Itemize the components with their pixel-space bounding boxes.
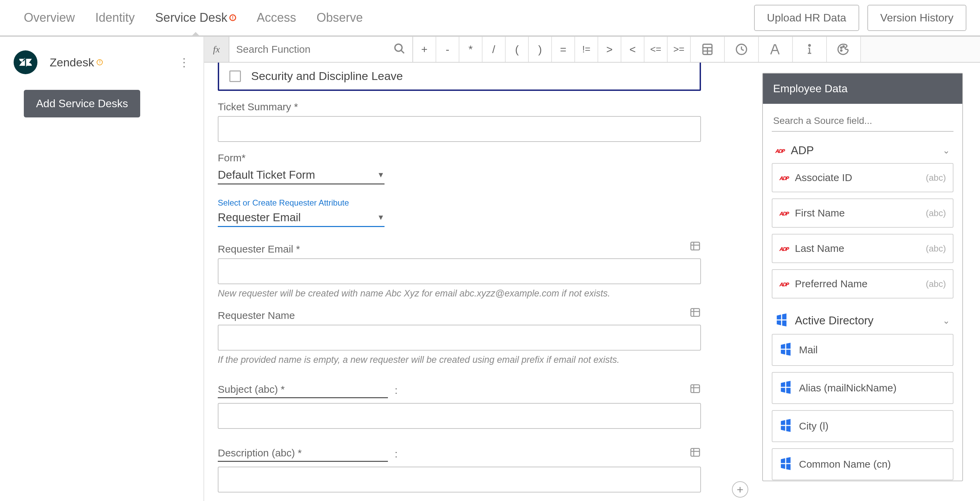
op-lparen[interactable]: ( xyxy=(506,37,529,62)
op-lt[interactable]: < xyxy=(621,37,644,62)
field-first-name[interactable]: ᴀᴅᴘ First Name (abc) xyxy=(772,199,953,228)
svg-line-8 xyxy=(741,49,744,50)
subject-input[interactable] xyxy=(218,403,701,429)
svg-point-14 xyxy=(843,46,844,47)
ticket-summary-label: Ticket Summary * xyxy=(218,101,701,113)
active-directory-logo-icon xyxy=(779,457,792,471)
svg-line-1 xyxy=(401,50,404,53)
map-field-icon[interactable] xyxy=(689,383,701,396)
top-nav: Overview Identity Service Desk Access Ob… xyxy=(0,0,980,37)
option-security-leave[interactable]: Security and Discipline Leave xyxy=(218,63,701,91)
requester-email-label: Requester Email * xyxy=(218,243,388,255)
field-common-name[interactable]: Common Name (cn) xyxy=(772,448,953,480)
field-label: Associate ID xyxy=(795,172,926,183)
search-function-input[interactable] xyxy=(236,44,393,55)
info-icon[interactable] xyxy=(793,37,827,62)
calculator-icon[interactable] xyxy=(691,37,725,62)
text-icon[interactable] xyxy=(759,37,793,62)
adp-logo-icon: ᴀᴅᴘ xyxy=(779,245,788,253)
adp-logo-icon: ᴀᴅᴘ xyxy=(779,280,788,288)
form-label: Form* xyxy=(218,152,701,164)
description-label: Description (abc) * xyxy=(218,447,388,459)
form-select[interactable]: Default Ticket Form ▼ xyxy=(218,167,385,184)
svg-point-13 xyxy=(840,47,842,48)
map-field-icon[interactable] xyxy=(689,240,701,253)
source-adp-header[interactable]: ᴀᴅᴘ ADP ⌄ xyxy=(772,135,953,163)
field-alias[interactable]: Alias (mailNickName) xyxy=(772,372,953,404)
colon: : xyxy=(395,385,398,396)
description-input[interactable] xyxy=(218,467,701,493)
field-type: (abc) xyxy=(926,208,946,218)
subject-label: Subject (abc) * xyxy=(218,383,388,395)
search-icon[interactable] xyxy=(393,43,406,56)
formula-toolbar: fx + - * / ( ) = != > < <= >= xyxy=(204,37,980,63)
op-minus[interactable]: - xyxy=(436,37,460,62)
requester-email-input[interactable] xyxy=(218,258,701,284)
svg-point-15 xyxy=(840,50,842,51)
op-divide[interactable]: / xyxy=(482,37,506,62)
chevron-down-icon: ▼ xyxy=(377,213,385,222)
requester-name-input[interactable] xyxy=(218,325,701,351)
field-last-name[interactable]: ᴀᴅᴘ Last Name (abc) xyxy=(772,234,953,263)
checkbox-label: Security and Discipline Leave xyxy=(251,70,403,83)
warning-icon xyxy=(97,59,103,65)
map-field-icon[interactable] xyxy=(689,307,701,320)
employee-data-search[interactable] xyxy=(772,111,953,132)
requester-name-hint: If the provided name is empty, a new req… xyxy=(218,355,701,365)
chevron-down-icon: ⌄ xyxy=(943,145,950,156)
active-directory-logo-icon xyxy=(779,381,792,395)
clock-icon[interactable] xyxy=(725,37,759,62)
requester-attribute-select[interactable]: Requester Email ▼ xyxy=(218,210,385,227)
more-menu-icon[interactable]: ⋮ xyxy=(178,56,190,69)
svg-point-0 xyxy=(395,44,402,51)
op-plus[interactable]: + xyxy=(413,37,436,62)
field-associate-id[interactable]: ᴀᴅᴘ Associate ID (abc) xyxy=(772,163,953,192)
op-neq[interactable]: != xyxy=(575,37,598,62)
tab-overview[interactable]: Overview xyxy=(14,0,85,35)
field-preferred-name[interactable]: ᴀᴅᴘ Preferred Name (abc) xyxy=(772,269,953,299)
add-service-desks-button[interactable]: Add Service Desks xyxy=(24,90,140,118)
svg-rect-25 xyxy=(691,448,700,456)
form-select-value: Default Ticket Form xyxy=(218,169,377,181)
add-field-button[interactable]: + xyxy=(732,481,748,498)
main: fx + - * / ( ) = != > < <= >= xyxy=(204,37,980,501)
checkbox-icon[interactable] xyxy=(229,70,241,82)
search-function-wrap xyxy=(229,37,413,62)
field-city[interactable]: City (l) xyxy=(772,410,953,442)
tab-observe[interactable]: Observe xyxy=(306,0,373,35)
op-lte[interactable]: <= xyxy=(644,37,668,62)
employee-data-column: Employee Data ᴀᴅᴘ ADP ⌄ ᴀᴅᴘ Associate ID… xyxy=(762,63,980,501)
employee-data-body: ᴀᴅᴘ ADP ⌄ ᴀᴅᴘ Associate ID (abc) ᴀᴅᴘ Fir… xyxy=(763,135,962,480)
svg-rect-16 xyxy=(691,242,700,250)
adp-logo-icon: ᴀᴅᴘ xyxy=(779,209,788,217)
source-name: Active Directory xyxy=(795,314,943,327)
upload-hr-data-button[interactable]: Upload HR Data xyxy=(754,5,859,31)
op-gt[interactable]: > xyxy=(598,37,621,62)
ticket-summary-input[interactable] xyxy=(218,116,701,142)
chevron-down-icon: ⌄ xyxy=(943,315,950,326)
op-eq[interactable]: = xyxy=(552,37,575,62)
sidebar-item-zendesk[interactable]: Zendesk ⋮ xyxy=(0,47,204,78)
tab-service-desk[interactable]: Service Desk xyxy=(145,0,247,35)
source-ad-header[interactable]: Active Directory ⌄ xyxy=(772,305,953,334)
field-label: City (l) xyxy=(799,420,946,432)
active-directory-logo-icon xyxy=(779,419,792,433)
colon: : xyxy=(395,448,398,460)
adp-logo-icon: ᴀᴅᴘ xyxy=(779,174,788,182)
op-multiply[interactable]: * xyxy=(460,37,482,62)
tab-access[interactable]: Access xyxy=(247,0,306,35)
field-mail[interactable]: Mail xyxy=(772,334,953,366)
sidebar: Zendesk ⋮ Add Service Desks xyxy=(0,37,204,501)
tab-identity[interactable]: Identity xyxy=(85,0,145,35)
palette-icon[interactable] xyxy=(827,37,861,62)
source-name: ADP xyxy=(791,144,943,157)
map-field-icon[interactable] xyxy=(689,447,701,460)
sidebar-item-label: Zendesk xyxy=(50,56,94,69)
op-gte[interactable]: >= xyxy=(668,37,691,62)
svg-rect-19 xyxy=(691,309,700,317)
employee-data-title: Employee Data xyxy=(763,73,962,104)
op-rparen[interactable]: ) xyxy=(529,37,552,62)
field-label: Last Name xyxy=(795,243,926,254)
version-history-button[interactable]: Version History xyxy=(867,5,966,31)
field-type: (abc) xyxy=(926,243,946,254)
